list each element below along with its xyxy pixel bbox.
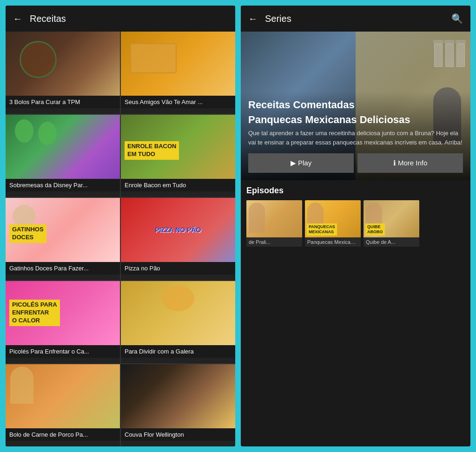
thumb-galera <box>121 281 235 345</box>
episode-label: Quibe de A... <box>364 237 419 247</box>
item-label: Pizza no Pão <box>121 262 235 275</box>
item-label: Bolo de Carne de Porco Pa... <box>6 428 120 441</box>
list-item[interactable]: PIZZA NO PÃO Pizza no Pão <box>121 198 235 280</box>
item-label: Picolés Para Enfrentar o Ca... <box>6 345 120 358</box>
ep2-overlay-text: PANQUECASMEXICANAS <box>307 223 337 236</box>
bacon-overlay-text: Enrole baconem tudo <box>125 141 179 160</box>
item-label: Seus Amigos Vão Te Amar ... <box>121 96 235 108</box>
episodes-title: Episodes <box>246 186 470 196</box>
pizza-overlay-text: PIZZA NO PÃO <box>155 226 201 234</box>
list-item[interactable]: QUIBEABOBO Quibe de A... <box>364 200 419 247</box>
episode-label: de Prali... <box>246 237 302 247</box>
thumb-gatinhos: GatinhosDoces <box>6 198 120 262</box>
list-item[interactable]: de Prali... <box>246 200 302 247</box>
thumb-picoles: Picolés paraenfrentaro calor <box>6 281 120 345</box>
right-back-button[interactable]: ← <box>248 13 258 24</box>
series-name: Receitas Comentadas <box>248 99 463 111</box>
episodes-row: de Prali... PANQUECASMEXICANAS Panquecas… <box>246 200 470 250</box>
list-item[interactable]: Couva Flor Wellington <box>121 364 235 446</box>
ep3-overlay-text: QUIBEABOBO <box>365 223 385 236</box>
list-item[interactable]: 3 Bolos Para Curar a TPM <box>6 32 120 114</box>
picoles-overlay-text: Picolés paraenfrentaro calor <box>9 300 60 326</box>
episode-thumb: QUIBEABOBO <box>364 200 419 237</box>
list-item[interactable]: Bolo de Carne de Porco Pa... <box>6 364 120 446</box>
episode-person <box>249 203 265 233</box>
thumb-disney <box>6 115 120 179</box>
right-screen: ← Series 🔍 Receitas Comentadas Panquecas… <box>241 6 470 446</box>
thumb-amigos <box>121 32 235 96</box>
item-label: Para Dividir com a Galera <box>121 345 235 358</box>
item-label: Sobremesas da Disney Par... <box>6 179 120 191</box>
gatinhos-overlay-text: GatinhosDoces <box>9 224 46 243</box>
search-icon[interactable]: 🔍 <box>451 13 463 24</box>
left-screen: ← Receitas 3 Bolos Para Curar a TPM Seus… <box>6 6 235 446</box>
thumb-bacon: Enrole baconem tudo <box>121 115 235 179</box>
episode-title: Panquecas Mexicanas Deliciosas <box>248 114 463 126</box>
list-item[interactable]: Para Dividir com a Galera <box>121 281 235 363</box>
list-item[interactable]: PANQUECASMEXICANAS Panquecas Mexicanas D… <box>305 200 361 247</box>
list-item[interactable]: Seus Amigos Vão Te Amar ... <box>121 32 235 114</box>
hero-overlay: Receitas Comentadas Panquecas Mexicanas … <box>241 92 470 180</box>
item-label: Gatinhos Doces Para Fazer... <box>6 262 120 275</box>
episode-description: Que tal aprender a fazer uma receitinha … <box>248 129 463 147</box>
list-item[interactable]: Picolés paraenfrentaro calor Picolés Par… <box>6 281 120 363</box>
left-header: ← Receitas <box>6 6 235 32</box>
episode-thumb <box>246 200 302 237</box>
item-label: Enrole Bacon em Tudo <box>121 179 235 191</box>
screens-container: ← Receitas 3 Bolos Para Curar a TPM Seus… <box>0 0 476 452</box>
recipes-grid: 3 Bolos Para Curar a TPM Seus Amigos Vão… <box>6 32 235 446</box>
right-screen-title: Series <box>265 13 451 24</box>
thumb-pizza: PIZZA NO PÃO <box>121 198 235 262</box>
kitchen-jars <box>434 41 466 67</box>
thumb-bolos <box>6 32 120 96</box>
series-hero: Receitas Comentadas Panquecas Mexicanas … <box>241 32 470 180</box>
episode-label: Panquecas Mexicanas Delici... <box>305 237 361 247</box>
left-screen-title: Receitas <box>30 13 228 24</box>
more-info-button[interactable]: ℹ More Info <box>357 153 463 173</box>
left-back-button[interactable]: ← <box>13 13 22 24</box>
list-item[interactable]: Sobremesas da Disney Par... <box>6 115 120 197</box>
item-label: 3 Bolos Para Curar a TPM <box>6 96 120 108</box>
episode-thumb: PANQUECASMEXICANAS <box>305 200 361 237</box>
thumb-carne <box>6 364 120 428</box>
play-button[interactable]: ▶ Play <box>248 153 354 173</box>
hero-buttons: ▶ Play ℹ More Info <box>248 153 463 173</box>
list-item[interactable]: Enrole baconem tudo Enrole Bacon em Tudo <box>121 115 235 197</box>
list-item[interactable]: GatinhosDoces Gatinhos Doces Para Fazer.… <box>6 198 120 280</box>
right-header: ← Series 🔍 <box>241 6 470 32</box>
episodes-section: Episodes de Prali... PANQUECASMEXICANAS … <box>241 180 470 446</box>
thumb-couve <box>121 364 235 428</box>
item-label: Couva Flor Wellington <box>121 428 235 441</box>
